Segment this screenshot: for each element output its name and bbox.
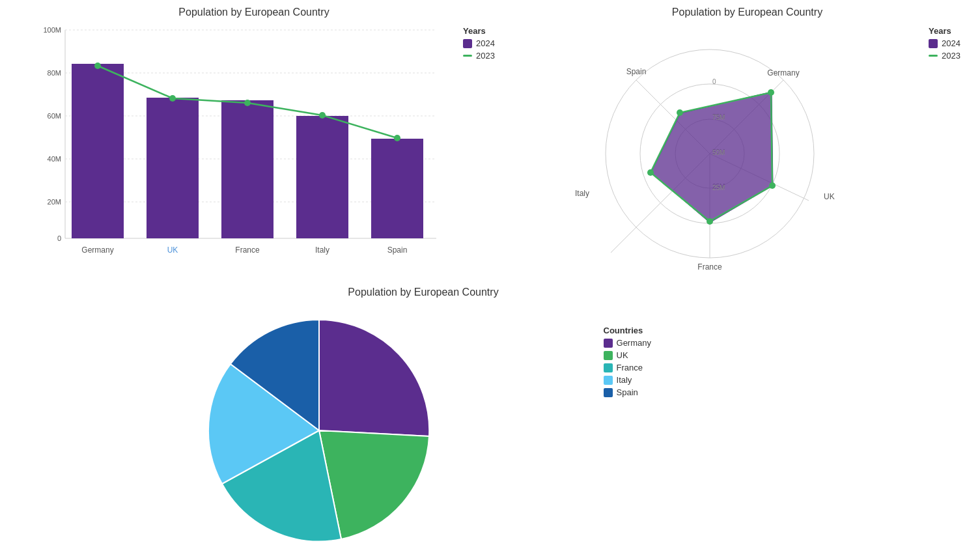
svg-text:France: France xyxy=(235,245,260,255)
svg-text:Germany: Germany xyxy=(81,245,113,255)
pie-swatch-germany xyxy=(604,339,613,348)
svg-text:60M: 60M xyxy=(48,112,61,120)
radar-chart: Population by European Country 75M 50M 2… xyxy=(488,7,967,280)
radar-swatch-2024 xyxy=(929,39,938,48)
svg-text:80M: 80M xyxy=(48,69,61,77)
pie-legend-germany: Germany xyxy=(604,338,651,348)
radar-label-italy: Italy xyxy=(575,189,589,198)
radar-label-uk: UK xyxy=(824,192,835,201)
svg-text:100M: 100M xyxy=(43,26,61,34)
svg-text:UK: UK xyxy=(167,245,178,255)
bar-germany-2024 xyxy=(72,64,124,238)
pie-legend-italy: Italy xyxy=(604,375,651,385)
radar-chart-legend: Years 2024 2023 xyxy=(929,26,960,63)
svg-text:0: 0 xyxy=(57,234,61,242)
pie-swatch-spain xyxy=(604,388,613,397)
radar-legend-title: Years xyxy=(929,26,960,36)
svg-text:Italy: Italy xyxy=(315,245,329,255)
radar-label-spain: Spain xyxy=(626,67,647,76)
pie-swatch-italy xyxy=(604,376,613,385)
pie-chart-legend: Countries Germany UK France Italy Spain xyxy=(604,326,651,400)
pie-legend-spain: Spain xyxy=(604,387,651,397)
svg-text:40M: 40M xyxy=(48,155,61,163)
pie-chart-title: Population by European Country xyxy=(195,287,651,298)
pie-legend-title: Countries xyxy=(604,326,651,335)
svg-text:Spain: Spain xyxy=(387,245,408,255)
radar-legend-2024: 2024 xyxy=(929,38,960,48)
dot-france-2023 xyxy=(244,100,251,106)
ring-label-25m: 25M xyxy=(712,184,725,191)
radar-dot-germany xyxy=(768,89,774,96)
radar-polygon-2024 xyxy=(651,92,773,223)
svg-text:0: 0 xyxy=(712,78,716,85)
radar-label-france: France xyxy=(697,262,722,272)
radar-dot-france xyxy=(707,218,713,225)
pie-legend-france: France xyxy=(604,363,651,372)
ring-label-75m: 75M xyxy=(712,114,725,121)
bar-italy-2024 xyxy=(296,116,348,238)
pie-legend-uk: UK xyxy=(604,350,651,360)
radar-line-swatch-2023 xyxy=(929,55,938,57)
pie-swatch-france xyxy=(604,363,613,372)
line-swatch-2023 xyxy=(463,55,472,57)
radar-dot-spain xyxy=(677,109,683,116)
radar-dot-italy xyxy=(647,169,654,176)
radar-chart-title: Population by European Country xyxy=(527,7,967,18)
radar-legend-2023: 2023 xyxy=(929,51,960,61)
dot-spain-2023 xyxy=(394,135,400,141)
dot-germany-2023 xyxy=(94,63,101,69)
bar-chart-title: Population by European Country xyxy=(13,7,495,18)
radar-dot-uk xyxy=(769,182,776,189)
bar-spain-2024 xyxy=(371,139,423,238)
pie-chart: Population by European Country xyxy=(130,287,651,553)
radar-svg: 75M 50M 25M 0 Germany UK France Italy Sp… xyxy=(527,23,892,277)
bar-france-2024 xyxy=(221,100,273,238)
bar-chart: Population by European Country 100M 80M … xyxy=(13,7,495,280)
dot-italy-2023 xyxy=(319,112,326,119)
radar-label-germany: Germany xyxy=(767,68,799,77)
ring-label-50m: 50M xyxy=(712,149,725,156)
dot-uk-2023 xyxy=(169,95,176,102)
swatch-2024 xyxy=(463,39,472,48)
bar-uk-2024 xyxy=(147,98,199,238)
pie-swatch-uk xyxy=(604,351,613,360)
pie-segment-germany xyxy=(319,320,429,436)
pie-svg xyxy=(169,303,573,544)
svg-text:20M: 20M xyxy=(48,198,61,206)
